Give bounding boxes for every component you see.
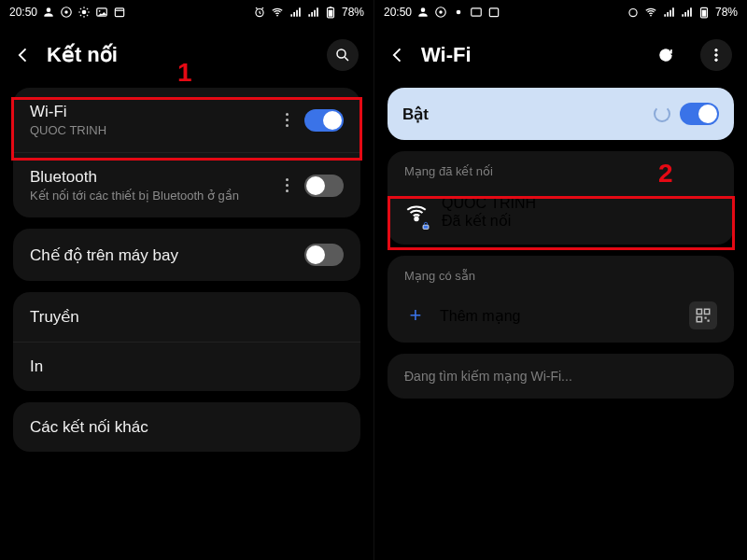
wifi-on-card: Bật <box>388 88 734 140</box>
calendar-icon <box>113 6 126 19</box>
page-title: Wi-Fi <box>421 43 631 67</box>
sun-icon <box>78 6 91 19</box>
status-battery: 78% <box>342 6 364 19</box>
back-button[interactable] <box>13 45 34 65</box>
svg-point-1 <box>64 10 68 14</box>
svg-rect-26 <box>489 8 498 17</box>
calendar-icon <box>487 6 500 19</box>
wifi-on-label: Bật <box>402 105 644 124</box>
available-section-label: Mạng có sẵn <box>388 256 734 288</box>
status-bar: 20:50 78% <box>374 0 747 24</box>
cast-title: Truyền <box>30 307 344 327</box>
more-connections-row[interactable]: Các kết nối khác <box>13 402 360 452</box>
add-network-label: Thêm mạng <box>440 307 676 325</box>
bluetooth-row[interactable]: Bluetooth Kết nối tới các thiết bị Bluet… <box>13 152 360 217</box>
alarm-icon <box>627 6 640 19</box>
cast-row[interactable]: Truyền <box>13 292 360 342</box>
bluetooth-title: Bluetooth <box>30 168 269 187</box>
svg-line-21 <box>345 57 348 61</box>
status-bar: 20:50 78% <box>0 0 374 24</box>
svg-rect-36 <box>697 309 701 314</box>
airplane-row[interactable]: Chế độ trên máy bay <box>13 229 360 281</box>
wifi-status-icon <box>644 6 657 19</box>
svg-point-24 <box>457 10 461 15</box>
svg-point-31 <box>715 49 718 51</box>
wifi-status-icon <box>271 6 284 19</box>
lock-icon <box>421 217 430 227</box>
alarm-icon <box>253 6 266 19</box>
bluetooth-more-icon[interactable] <box>278 178 295 192</box>
wifi-more-icon[interactable] <box>278 113 295 127</box>
sun-icon <box>452 6 465 19</box>
wifi-master-toggle[interactable] <box>680 103 719 125</box>
svg-point-32 <box>715 54 718 57</box>
print-title: In <box>30 357 344 376</box>
phone-left: 20:50 78% Kết nối Wi-Fi QUOC TRINH <box>0 0 374 560</box>
header-wifi: Wi-Fi <box>374 24 747 88</box>
page-title: Kết nối <box>47 43 308 67</box>
svg-rect-30 <box>702 10 707 17</box>
wifi-row[interactable]: Wi-Fi QUOC TRINH <box>13 88 360 152</box>
svg-point-33 <box>715 59 718 62</box>
svg-rect-35 <box>423 225 429 229</box>
signal-icon-1 <box>662 6 675 19</box>
back-button[interactable] <box>388 45 408 65</box>
wifi-content: Bật Mạng đã kết nối QUOC TRINH Đã kết nố… <box>374 88 747 560</box>
scanning-label: Đang tìm kiếm mạng Wi-Fi... <box>404 369 572 384</box>
overflow-menu-button[interactable] <box>700 39 732 71</box>
status-battery: 78% <box>715 6 738 19</box>
svg-rect-38 <box>697 317 701 322</box>
status-time: 20:50 <box>9 6 37 19</box>
status-time: 20:50 <box>384 6 412 19</box>
loading-spinner-icon <box>654 105 670 122</box>
available-networks-card: Mạng có sẵn + Thêm mạng <box>388 256 734 343</box>
svg-line-7 <box>80 8 81 9</box>
connected-network-card: Mạng đã kết nối QUOC TRINH Đã kết nối <box>388 151 734 245</box>
svg-rect-19 <box>330 7 331 7</box>
image-icon <box>95 6 108 19</box>
plus-icon: + <box>404 303 427 328</box>
signal-icon-2 <box>680 6 693 19</box>
svg-point-28 <box>650 15 652 17</box>
wireless-card: Wi-Fi QUOC TRINH Bluetooth Kết nối tới c… <box>13 88 360 217</box>
wifi-toggle[interactable] <box>304 109 344 132</box>
target-icon <box>434 6 447 19</box>
svg-point-23 <box>439 10 443 14</box>
svg-rect-40 <box>708 320 710 322</box>
battery-icon <box>324 6 337 19</box>
search-button[interactable] <box>327 39 359 71</box>
image-icon <box>470 6 483 19</box>
bluetooth-toggle[interactable] <box>304 175 344 197</box>
svg-rect-25 <box>472 8 482 16</box>
more-connections-card: Các kết nối khác <box>13 402 360 452</box>
network-name: QUOC TRINH <box>442 195 536 212</box>
bluetooth-subtitle: Kết nối tới các thiết bị Bluetooth ở gần <box>30 189 269 203</box>
network-status: Đã kết nối <box>442 212 536 230</box>
airplane-title: Chế độ trên máy bay <box>30 245 295 265</box>
add-network-row[interactable]: + Thêm mạng <box>388 288 734 343</box>
phone-right: 20:50 78% Wi-Fi Bật Mạng đã kết nố <box>374 0 747 560</box>
settings-list: Wi-Fi QUOC TRINH Bluetooth Kết nối tới c… <box>0 88 374 560</box>
connected-section-label: Mạng đã kết nối <box>388 151 734 184</box>
person-icon <box>416 6 430 19</box>
svg-line-10 <box>87 8 88 9</box>
svg-point-27 <box>629 9 637 17</box>
airplane-toggle[interactable] <box>304 244 344 266</box>
svg-rect-37 <box>705 309 710 314</box>
svg-rect-13 <box>115 8 123 17</box>
scanning-card: Đang tìm kiếm mạng Wi-Fi... <box>388 354 734 399</box>
print-row[interactable]: In <box>13 342 360 391</box>
wifi-signal-icon <box>404 201 429 225</box>
target-icon <box>60 6 73 19</box>
svg-rect-18 <box>329 10 333 17</box>
wifi-title: Wi-Fi <box>30 103 269 121</box>
connected-network-row[interactable]: QUOC TRINH Đã kết nối <box>388 184 734 245</box>
signal-icon-1 <box>289 6 302 19</box>
wifi-subtitle: QUOC TRINH <box>30 123 269 137</box>
qr-scan-button[interactable] <box>689 301 717 329</box>
svg-point-12 <box>99 10 101 12</box>
svg-line-9 <box>80 15 81 16</box>
svg-rect-39 <box>705 317 707 319</box>
refresh-button[interactable] <box>650 39 682 71</box>
cast-print-card: Truyền In <box>13 292 360 391</box>
